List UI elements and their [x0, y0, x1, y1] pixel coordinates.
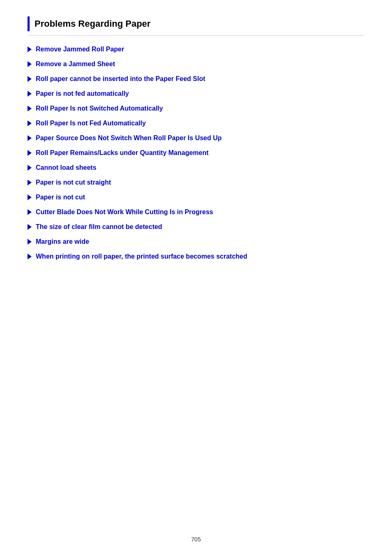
arrow-icon	[28, 120, 32, 126]
list-item: Cannot load sheets	[28, 164, 364, 171]
page-container: Problems Regarding Paper Remove Jammed R…	[19, 16, 373, 268]
link-item-8[interactable]: Roll Paper Remains/Lacks under Quantity …	[36, 149, 209, 157]
list-item: Margins are wide	[28, 238, 364, 245]
list-item: Remove Jammed Roll Paper	[28, 46, 364, 53]
link-item-6[interactable]: Roll Paper Is not Fed Automatically	[36, 120, 146, 127]
arrow-icon	[28, 165, 32, 171]
link-item-10[interactable]: Paper is not cut straight	[36, 179, 111, 186]
link-item-1[interactable]: Remove Jammed Roll Paper	[36, 46, 124, 53]
arrow-icon	[28, 180, 32, 185]
link-item-5[interactable]: Roll Paper Is not Switched Automatically	[36, 105, 163, 112]
link-item-12[interactable]: Cutter Blade Does Not Work While Cutting…	[36, 208, 213, 216]
list-item: Remove a Jammed Sheet	[28, 60, 364, 68]
list-item: Roll paper cannot be inserted into the P…	[28, 75, 364, 83]
arrow-icon	[28, 91, 32, 97]
list-item: Cutter Blade Does Not Work While Cutting…	[28, 208, 364, 216]
page-title: Problems Regarding Paper	[35, 18, 150, 29]
list-item: Roll Paper Is not Switched Automatically	[28, 105, 364, 112]
list-item: Paper is not cut	[28, 194, 364, 201]
link-item-7[interactable]: Paper Source Does Not Switch When Roll P…	[36, 134, 222, 142]
arrow-icon	[28, 209, 32, 215]
link-item-9[interactable]: Cannot load sheets	[36, 164, 97, 171]
link-item-11[interactable]: Paper is not cut	[36, 194, 85, 201]
header-accent-bar	[28, 16, 30, 31]
link-item-14[interactable]: Margins are wide	[36, 238, 89, 245]
list-item: Paper Source Does Not Switch When Roll P…	[28, 134, 364, 142]
page-number: 705	[191, 536, 201, 543]
link-item-15[interactable]: When printing on roll paper, the printed…	[36, 253, 247, 260]
list-item: Roll Paper Remains/Lacks under Quantity …	[28, 149, 364, 157]
link-item-3[interactable]: Roll paper cannot be inserted into the P…	[36, 75, 205, 83]
link-item-2[interactable]: Remove a Jammed Sheet	[36, 60, 115, 68]
link-item-4[interactable]: Paper is not fed automatically	[36, 90, 129, 97]
list-item: Paper is not cut straight	[28, 179, 364, 186]
link-list: Remove Jammed Roll PaperRemove a Jammed …	[28, 46, 364, 260]
page-footer: 705	[0, 528, 392, 555]
arrow-icon	[28, 224, 32, 230]
list-item: Paper is not fed automatically	[28, 90, 364, 97]
arrow-icon	[28, 46, 32, 52]
list-item: The size of clear film cannot be detecte…	[28, 223, 364, 231]
arrow-icon	[28, 106, 32, 111]
arrow-icon	[28, 150, 32, 156]
list-item: Roll Paper Is not Fed Automatically	[28, 120, 364, 127]
arrow-icon	[28, 239, 32, 245]
arrow-icon	[28, 61, 32, 67]
link-item-13[interactable]: The size of clear film cannot be detecte…	[36, 223, 162, 231]
page-header: Problems Regarding Paper	[28, 16, 364, 36]
arrow-icon	[28, 254, 32, 259]
arrow-icon	[28, 135, 32, 141]
arrow-icon	[28, 76, 32, 82]
arrow-icon	[28, 194, 32, 200]
list-item: When printing on roll paper, the printed…	[28, 253, 364, 260]
